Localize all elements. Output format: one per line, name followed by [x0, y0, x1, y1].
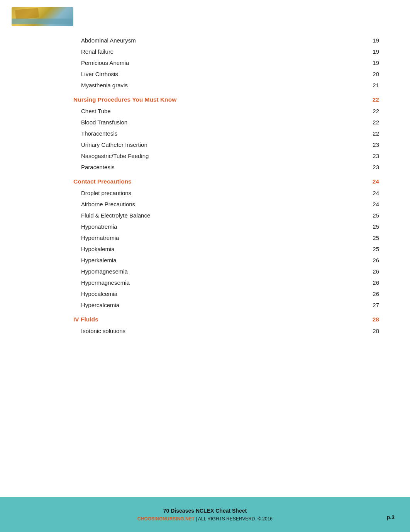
- toc-entry-blood-transfusion[interactable]: Blood Transfusion 22: [73, 117, 379, 128]
- item-page: 25: [368, 235, 379, 241]
- toc-entry-fluid-electrolyte[interactable]: Fluid & Electrolyte Balance 25: [73, 210, 379, 221]
- item-title: Renal failure: [81, 48, 114, 55]
- item-title: Hypocalcemia: [81, 291, 117, 297]
- item-title: Chest Tube: [81, 108, 111, 114]
- section-page: 28: [368, 316, 379, 323]
- item-title: Hyperkalemia: [81, 257, 117, 263]
- toc-entry-nasogastric-feeding[interactable]: Nasogastric/Tube Feeding 23: [73, 150, 379, 161]
- item-title: Blood Transfusion: [81, 119, 127, 126]
- toc-entry-urinary-catheter[interactable]: Urinary Catheter Insertion 23: [73, 139, 379, 150]
- toc-entry-hypercalcemia[interactable]: Hypercalcemia 27: [73, 299, 379, 311]
- footer: 70 Diseases NCLEX Cheat Sheet CHOOSINGNU…: [0, 497, 410, 532]
- logo: [12, 7, 73, 28]
- item-title: Hypermagnesemia: [81, 279, 130, 286]
- toc-entry-contact-precautions[interactable]: Contact Precautions 24: [73, 173, 379, 187]
- footer-title: 70 Diseases NCLEX Cheat Sheet: [163, 508, 247, 514]
- toc-entry-thoracentesis[interactable]: Thoracentesis 22: [73, 128, 379, 139]
- item-title: Thoracentesis: [81, 130, 117, 137]
- item-page: 19: [368, 59, 379, 66]
- item-page: 26: [368, 291, 379, 297]
- item-title: Liver Cirrhosis: [81, 71, 118, 77]
- item-page: 21: [368, 82, 379, 88]
- item-page: 26: [368, 268, 379, 275]
- toc-entry-hyponatremia[interactable]: Hyponatremia 25: [73, 221, 379, 232]
- item-title: Hypomagnesemia: [81, 268, 128, 275]
- item-title: Pernicious Anemia: [81, 59, 129, 66]
- toc-entry-hypermagnesemia[interactable]: Hypermagnesemia 26: [73, 277, 379, 288]
- toc-entry-droplet-precautions[interactable]: Droplet precautions 24: [73, 187, 379, 199]
- item-page: 22: [368, 108, 379, 114]
- item-title: Hypokalemia: [81, 246, 115, 252]
- item-page: 19: [368, 48, 379, 55]
- item-title: Hypernatremia: [81, 235, 119, 241]
- section-title: Nursing Procedures You Must Know: [73, 96, 176, 103]
- item-page: 23: [368, 164, 379, 170]
- toc-entry-pernicious-anemia[interactable]: Pernicious Anemia 19: [73, 57, 379, 68]
- toc-entry-hypomagnesemia[interactable]: Hypomagnesemia 26: [73, 266, 379, 277]
- item-title: Nasogastric/Tube Feeding: [81, 153, 149, 159]
- toc-entry-hyperkalemia[interactable]: Hyperkalemia 26: [73, 255, 379, 266]
- footer-link[interactable]: CHOOSINGNURSING.NET: [137, 516, 195, 522]
- logo-image: [12, 7, 73, 26]
- section-page: 24: [368, 178, 379, 185]
- footer-page: p.3: [387, 514, 395, 520]
- section-page: 22: [368, 96, 379, 103]
- item-title: Paracentesis: [81, 164, 115, 170]
- toc-entry-hypocalcemia[interactable]: Hypocalcemia 26: [73, 288, 379, 299]
- toc-entry-iv-fluids[interactable]: IV Fluids 28: [73, 311, 379, 325]
- item-page: 25: [368, 246, 379, 252]
- item-page: 25: [368, 223, 379, 230]
- item-title: Droplet precautions: [81, 190, 131, 196]
- item-page: 24: [368, 190, 379, 196]
- item-title: Hyponatremia: [81, 223, 117, 230]
- toc-entry-nursing-procedures[interactable]: Nursing Procedures You Must Know 22: [73, 91, 379, 105]
- footer-rights: | ALL RIGHTS RESERVERD. © 2016: [196, 516, 273, 522]
- item-page: 24: [368, 201, 379, 207]
- toc-entry-airborne-precautions[interactable]: Airborne Precautions 24: [73, 199, 379, 210]
- item-page: 25: [368, 212, 379, 219]
- footer-sub: CHOOSINGNURSING.NET | ALL RIGHTS RESERVE…: [137, 516, 273, 522]
- toc-entry-liver-cirrhosis[interactable]: Liver Cirrhosis 20: [73, 68, 379, 80]
- section-title: Contact Precautions: [73, 178, 132, 185]
- item-title: Airborne Precautions: [81, 201, 135, 207]
- item-page: 20: [368, 71, 379, 77]
- item-page: 28: [368, 328, 379, 334]
- toc-content: Abdominal Aneurysm 19 Renal failure 19 P…: [0, 0, 410, 383]
- toc-entry-renal-failure[interactable]: Renal failure 19: [73, 46, 379, 57]
- toc-entry-chest-tube[interactable]: Chest Tube 22: [73, 105, 379, 117]
- toc-entry-isotonic-solutions[interactable]: Isotonic solutions 28: [73, 325, 379, 337]
- toc-entry-hypokalemia[interactable]: Hypokalemia 25: [73, 243, 379, 255]
- item-title: Abdominal Aneurysm: [81, 37, 136, 44]
- item-page: 22: [368, 130, 379, 137]
- item-page: 19: [368, 37, 379, 44]
- item-page: 22: [368, 119, 379, 126]
- toc-entry-myasthenia-gravis[interactable]: Myasthenia gravis 21: [73, 80, 379, 91]
- toc-entry-paracentesis[interactable]: Paracentesis 23: [73, 161, 379, 173]
- item-page: 27: [368, 302, 379, 308]
- section-title: IV Fluids: [73, 316, 98, 323]
- item-page: 23: [368, 141, 379, 148]
- item-title: Myasthenia gravis: [81, 82, 128, 88]
- item-page: 26: [368, 257, 379, 263]
- item-title: Fluid & Electrolyte Balance: [81, 212, 150, 219]
- item-title: Urinary Catheter Insertion: [81, 141, 147, 148]
- item-page: 23: [368, 153, 379, 159]
- toc-entry-hypernatremia[interactable]: Hypernatremia 25: [73, 232, 379, 243]
- item-title: Isotonic solutions: [81, 328, 125, 334]
- toc-entry-abdominal-aneurysm[interactable]: Abdominal Aneurysm 19: [73, 35, 379, 46]
- item-title: Hypercalcemia: [81, 302, 119, 308]
- item-page: 26: [368, 279, 379, 286]
